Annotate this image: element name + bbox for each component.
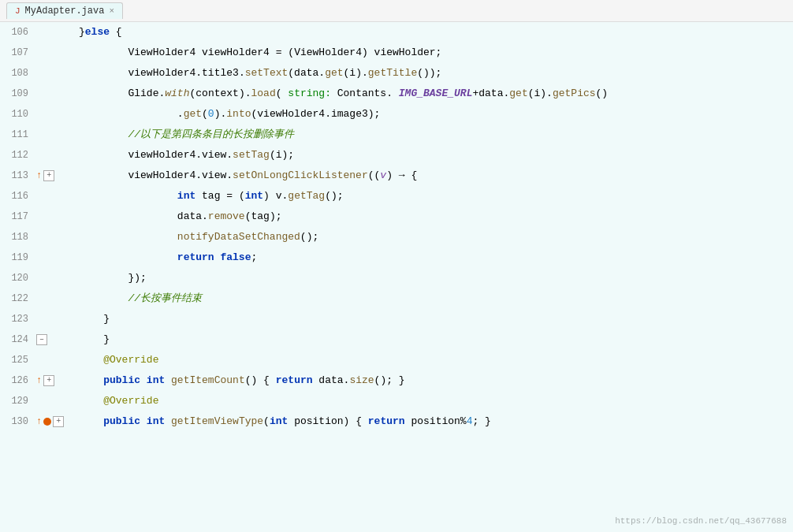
code-line: 124– } <box>3 329 793 350</box>
expand-button[interactable]: + <box>53 416 64 427</box>
line-number: 108 <box>3 63 36 84</box>
line-content: public int getItemCount() { return data.… <box>76 370 793 391</box>
line-markers: ↑+ <box>36 411 76 432</box>
line-markers: ↑+ <box>36 370 76 391</box>
line-number: 126 <box>3 370 36 391</box>
line-number: 119 <box>3 247 36 268</box>
circle-marker-icon <box>43 418 51 426</box>
line-number: 117 <box>3 206 36 227</box>
code-line: 119 return false; <box>3 247 793 268</box>
code-line: 118 notifyDataSetChanged(); <box>3 227 793 247</box>
code-line: 123 } <box>3 309 793 329</box>
code-line: 129 @Override <box>3 391 793 411</box>
line-number: 122 <box>3 288 36 309</box>
line-content: Glide.with(context).load( string: Contan… <box>76 84 793 104</box>
code-line: 122 //长按事件结束 <box>3 288 793 309</box>
line-number: 125 <box>3 350 36 370</box>
line-number: 120 <box>3 268 36 288</box>
code-line: 130↑+ public int getItemViewType(int pos… <box>3 411 793 432</box>
line-content: }else { <box>76 22 793 43</box>
code-line: 125 @Override <box>3 350 793 370</box>
code-line: 106}else { <box>3 22 793 43</box>
up-arrow-icon: ↑ <box>36 166 42 186</box>
line-content: } <box>76 309 793 329</box>
title-bar: J MyAdapter.java × <box>0 0 793 22</box>
expand-button[interactable]: + <box>43 170 54 181</box>
line-content: viewHolder4.title3.setText(data.get(i).g… <box>76 63 793 84</box>
code-line: 111 //以下是第四条条目的长按删除事件 <box>3 125 793 145</box>
line-number: 116 <box>3 186 36 206</box>
editor-container: 106}else {107 ViewHolder4 viewHolder4 = … <box>0 22 793 532</box>
tab-close[interactable]: × <box>109 6 114 16</box>
line-number: 110 <box>3 104 36 125</box>
line-content: }); <box>76 268 793 288</box>
line-content: return false; <box>76 247 793 268</box>
code-line: 112 viewHolder4.view.setTag(i); <box>3 145 793 166</box>
line-number: 113 <box>3 166 36 186</box>
tab-filename: MyAdapter.java <box>25 6 105 17</box>
code-line: 116 int tag = (int) v.getTag(); <box>3 186 793 206</box>
fold-button[interactable]: – <box>36 334 47 345</box>
line-content: public int getItemViewType(int position)… <box>76 411 793 432</box>
code-line: 107 ViewHolder4 viewHolder4 = (ViewHolde… <box>3 43 793 63</box>
line-number: 124 <box>3 329 36 350</box>
code-line: 117 data.remove(tag); <box>3 206 793 227</box>
line-content: } <box>76 329 793 350</box>
line-content: int tag = (int) v.getTag(); <box>76 186 793 206</box>
line-content: @Override <box>76 391 793 411</box>
up-arrow-icon: ↑ <box>36 411 42 432</box>
line-content: //以下是第四条条目的长按删除事件 <box>76 125 793 145</box>
line-content: viewHolder4.view.setOnLongClickListener(… <box>76 166 793 186</box>
line-number: 130 <box>3 411 36 432</box>
line-content: viewHolder4.view.setTag(i); <box>76 145 793 166</box>
line-number: 106 <box>3 22 36 43</box>
code-line: 120 }); <box>3 268 793 288</box>
line-content: data.remove(tag); <box>76 206 793 227</box>
line-number: 109 <box>3 84 36 104</box>
code-line: 126↑+ public int getItemCount() { return… <box>3 370 793 391</box>
code-line: 113↑+ viewHolder4.view.setOnLongClickLis… <box>3 166 793 186</box>
line-number: 107 <box>3 43 36 63</box>
line-number: 112 <box>3 145 36 166</box>
line-content: .get(0).into(viewHolder4.image3); <box>76 104 793 125</box>
tab-icon: J <box>15 6 20 16</box>
line-markers: – <box>36 334 76 345</box>
line-content: //长按事件结束 <box>76 288 793 309</box>
line-number: 129 <box>3 391 36 411</box>
tab[interactable]: J MyAdapter.java × <box>6 2 123 19</box>
line-number: 118 <box>3 227 36 247</box>
code-line: 109 Glide.with(context).load( string: Co… <box>3 84 793 104</box>
line-number: 111 <box>3 125 36 145</box>
up-arrow-icon: ↑ <box>36 370 42 391</box>
line-markers: ↑+ <box>36 166 76 186</box>
line-content: ViewHolder4 viewHolder4 = (ViewHolder4) … <box>76 43 793 63</box>
code-area: 106}else {107 ViewHolder4 viewHolder4 = … <box>0 22 793 532</box>
line-number: 123 <box>3 309 36 329</box>
code-line: 108 viewHolder4.title3.setText(data.get(… <box>3 63 793 84</box>
expand-button[interactable]: + <box>43 375 54 386</box>
line-content: @Override <box>76 350 793 370</box>
line-content: notifyDataSetChanged(); <box>76 227 793 247</box>
code-line: 110 .get(0).into(viewHolder4.image3); <box>3 104 793 125</box>
